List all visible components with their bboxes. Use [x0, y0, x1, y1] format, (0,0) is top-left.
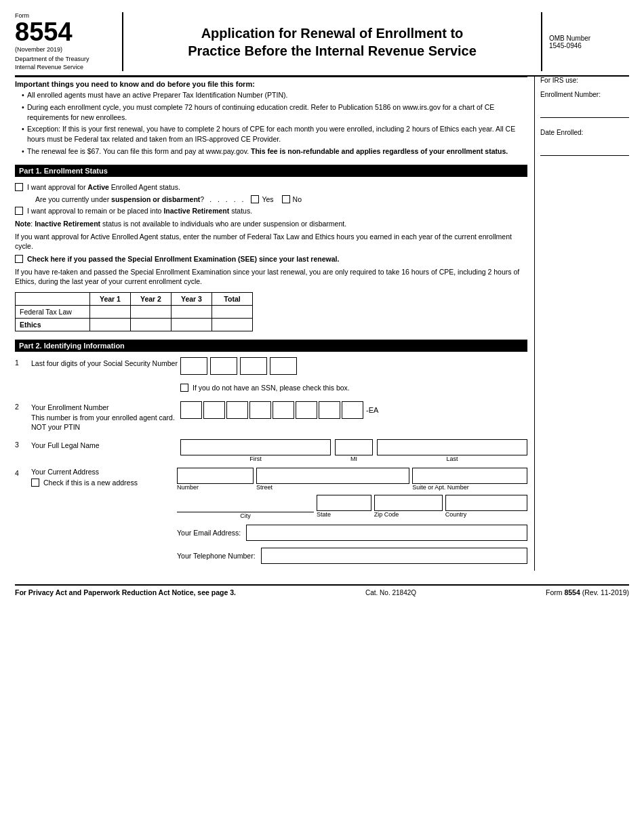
table-cell-federal-y3[interactable]	[172, 306, 212, 319]
table-col-year1: Year 1	[90, 293, 131, 306]
table-cell-federal-y1[interactable]	[90, 306, 131, 319]
footer-form-ref: Form 8554 (Rev. 11-2019)	[546, 588, 629, 596]
email-label: Your Email Address:	[177, 529, 241, 537]
omb-area: OMB Number 1545-0946	[541, 12, 629, 71]
field3-row: 3 Your Full Legal Name First MI	[15, 439, 527, 464]
no-ssn-checkbox[interactable]	[180, 384, 188, 392]
irs-use-title: For IRS use:	[540, 77, 629, 84]
omb-number: 1545-0946	[549, 42, 629, 49]
enroll-box-3[interactable]	[226, 401, 248, 419]
cpe-text2: If you have re-taken and passed the Spec…	[15, 267, 527, 287]
name-fields: First MI Last	[180, 439, 527, 462]
address-street-group: Street	[256, 468, 409, 491]
ssn-box-2[interactable]	[210, 357, 237, 375]
table-cell-ethics-y3[interactable]	[172, 319, 212, 331]
table-cell-federal-total[interactable]	[212, 306, 253, 319]
irs-date-field: Date Enrolled:	[540, 129, 629, 156]
bullet-item-2: During each enrollment cycle, you must c…	[22, 102, 527, 122]
table-cell-ethics-label: Ethics	[16, 319, 90, 331]
yes-box: Yes	[251, 195, 273, 203]
email-input[interactable]	[246, 525, 527, 541]
phone-input[interactable]	[261, 548, 527, 564]
table-row-federal: Federal Tax Law	[16, 306, 253, 319]
table-cell-ethics-total[interactable]	[212, 319, 253, 331]
phone-row: Your Telephone Number:	[177, 548, 527, 564]
address-zip-group: Zip Code	[374, 495, 443, 519]
bullet-item-1: All enrolled agents must have an active …	[22, 90, 527, 100]
name-mi-input[interactable]	[335, 439, 373, 455]
field1-label: Last four digits of your Social Security…	[31, 357, 180, 369]
active-enrollment-line: I want approval for Active Enrolled Agen…	[15, 182, 527, 192]
no-checkbox[interactable]	[282, 195, 290, 203]
table-cell-ethics-y1[interactable]	[90, 319, 131, 331]
no-ssn-row: If you do not have an SSN, please check …	[180, 383, 527, 392]
table-col-year2: Year 2	[131, 293, 172, 306]
table-cell-federal-y2[interactable]	[131, 306, 172, 319]
form-date: (November 2019)	[15, 46, 115, 53]
ssn-boxes	[180, 357, 527, 375]
see-checkbox-line: Check here if you passed the Special Enr…	[15, 254, 527, 264]
field4-row: 4 Your Current Address Check if this is …	[15, 468, 527, 564]
enroll-box-2[interactable]	[203, 401, 225, 419]
no-box: No	[282, 195, 302, 203]
active-checkbox[interactable]	[15, 183, 23, 191]
yes-checkbox[interactable]	[251, 195, 259, 203]
address-state-label: State	[317, 511, 371, 518]
irs-date-line[interactable]	[540, 155, 629, 156]
inactive-enrollment-line: I want approval to remain or be placed i…	[15, 206, 527, 216]
address-city-input[interactable]	[177, 495, 314, 512]
address-state-input[interactable]	[317, 495, 371, 511]
irs-use-box: For IRS use: Enrollment Number: Date Enr…	[534, 77, 629, 571]
enroll-box-6[interactable]	[296, 401, 317, 419]
address-inputs: Number Street Suite or Apt. Number	[177, 468, 527, 492]
field2-inputs: -EA	[180, 401, 527, 419]
field3-inputs: First MI Last	[180, 439, 527, 464]
inactive-checkbox[interactable]	[15, 207, 23, 215]
address-zip-input[interactable]	[374, 495, 443, 511]
address-suite-input[interactable]	[412, 468, 527, 484]
see-checkbox[interactable]	[15, 255, 23, 263]
name-first-label: First	[180, 455, 331, 462]
name-last-input[interactable]	[377, 439, 527, 455]
enroll-box-7[interactable]	[319, 401, 340, 419]
irs-enrollment-field: Enrollment Number:	[540, 91, 629, 118]
ssn-box-4[interactable]	[270, 357, 297, 375]
table-cell-ethics-y2[interactable]	[131, 319, 172, 331]
enroll-box-8[interactable]	[342, 401, 363, 419]
new-address-checkbox[interactable]	[31, 479, 39, 487]
note-line: Note: Inactive Retirement status is not …	[15, 219, 527, 229]
footer-privacy: For Privacy Act and Paperwork Reduction …	[15, 588, 236, 596]
field1-number: 1	[15, 357, 31, 367]
name-last-label: Last	[377, 455, 527, 462]
enroll-box-1[interactable]	[180, 401, 202, 419]
address-city-label: City	[177, 512, 314, 519]
address-number-input[interactable]	[177, 468, 254, 484]
ssn-box-1[interactable]	[180, 357, 207, 375]
name-first-input[interactable]	[180, 439, 331, 455]
enroll-box-5[interactable]	[273, 401, 294, 419]
address-zip-label: Zip Code	[374, 511, 443, 518]
form-title-area: Application for Renewal of Enrollment to…	[123, 12, 541, 71]
irs-enrollment-label: Enrollment Number:	[540, 91, 629, 98]
address-street-label: Street	[256, 484, 409, 491]
table-cell-federal-label: Federal Tax Law	[16, 306, 90, 319]
field2-row: 2 Your Enrollment Number This number is …	[15, 401, 527, 432]
address-row2: City State Zip Code Country	[177, 495, 527, 519]
field4-content: Your Current Address Check if this is a …	[31, 468, 527, 564]
enroll-box-4[interactable]	[249, 401, 271, 419]
no-ssn-text: If you do not have an SSN, please check …	[193, 384, 350, 392]
address-number-group: Number	[177, 468, 254, 491]
new-address-label: Check if this is a new address	[43, 479, 138, 487]
irs-enrollment-line[interactable]	[540, 117, 629, 118]
address-street-input[interactable]	[256, 468, 409, 484]
ssn-box-3[interactable]	[240, 357, 267, 375]
table-col-year3: Year 3	[172, 293, 212, 306]
footer: For Privacy Act and Paperwork Reduction …	[15, 584, 629, 596]
important-section: Important things you need to know and do…	[15, 77, 527, 156]
table-col-label	[16, 293, 90, 306]
important-title: Important things you need to know and do…	[15, 80, 527, 88]
address-country-input[interactable]	[445, 495, 527, 511]
footer-cat: Cat. No. 21842Q	[365, 589, 416, 596]
part2-header: Part 2. Identifying Information	[15, 340, 527, 352]
part1-header: Part 1. Enrollment Status	[15, 165, 527, 177]
